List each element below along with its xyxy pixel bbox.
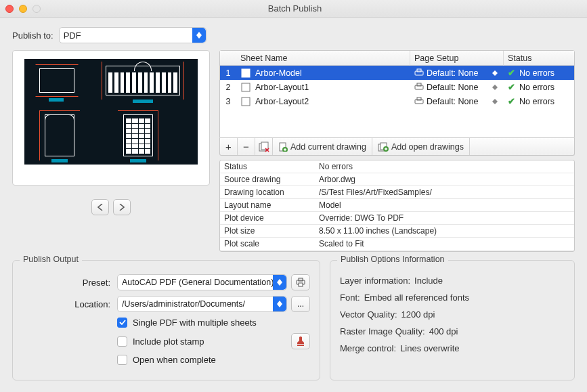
option-row: Vector Quality:1200 dpi: [340, 309, 565, 320]
location-label: Location:: [22, 299, 117, 309]
table-header: Sheet Name Page Setup Status: [220, 51, 574, 66]
svg-rect-18: [299, 283, 303, 286]
table-toolbar: + − Add current drawing Add open drawing…: [219, 138, 575, 156]
location-select[interactable]: /Users/administrator/Documents/: [117, 296, 287, 312]
check-icon: ✔: [508, 96, 515, 106]
detail-row: Plot size8.50 x 11.00 inches (Landscape): [220, 225, 574, 238]
publish-to-value: PDF: [64, 30, 81, 41]
page-setup-icon: [414, 97, 424, 106]
window-controls: [5, 5, 41, 13]
sheet-icon: [240, 68, 251, 79]
check-icon: ✔: [508, 68, 515, 78]
single-pdf-checkbox[interactable]: [117, 318, 127, 328]
sheet-icon: [240, 82, 251, 93]
zoom-icon[interactable]: [32, 5, 41, 13]
col-sheet-name[interactable]: Sheet Name: [236, 51, 410, 66]
publish-to-label: Publish to:: [12, 30, 53, 41]
publish-to-select[interactable]: PDF: [59, 27, 206, 43]
titlebar: Batch Publish: [0, 0, 587, 18]
printer-icon: [295, 278, 306, 287]
chevron-updown-icon: [273, 297, 286, 311]
page-setup-icon: [414, 68, 424, 78]
svg-rect-10: [261, 142, 268, 150]
publish-output-group: Publish Output Preset: AutoCAD PDF (Gene…: [12, 260, 320, 380]
remove-sheet-button[interactable]: −: [238, 138, 255, 155]
svg-rect-6: [242, 97, 250, 106]
next-sheet-button[interactable]: [113, 199, 131, 215]
add-open-drawings-button[interactable]: Add open drawings: [372, 138, 470, 155]
plus-icon: +: [225, 141, 232, 152]
detail-row: Source drawingArbor.dwg: [220, 173, 574, 186]
svg-rect-3: [242, 83, 250, 91]
detail-row: Layout nameModel: [220, 199, 574, 212]
cad-thumbnail: [24, 59, 198, 165]
minimize-icon[interactable]: [19, 5, 27, 13]
option-row: Merge control:Lines overwrite: [340, 343, 565, 353]
detail-row: Page setup detailOverride output device …: [220, 251, 574, 252]
publish-options-group: Publish Options Information Layer inform…: [330, 260, 575, 380]
group-title: Publish Output: [20, 255, 82, 264]
browse-location-button[interactable]: ...: [291, 296, 310, 312]
sheet-add-icon: [278, 142, 288, 152]
sheets-add-icon: [378, 142, 389, 152]
window-title: Batch Publish: [41, 3, 549, 14]
close-icon[interactable]: [5, 5, 14, 13]
group-title: Publish Options Information: [337, 255, 448, 264]
plot-stamp-settings-button[interactable]: [291, 333, 310, 349]
sheets-remove-icon: [259, 141, 269, 152]
detail-row: StatusNo errors: [220, 160, 574, 173]
stamp-icon: [296, 336, 305, 347]
prev-sheet-button[interactable]: [91, 199, 109, 215]
page-setup-icon: [414, 83, 424, 92]
chevron-right-icon: [119, 204, 125, 211]
single-pdf-label: Single PDF with multiple sheets: [133, 318, 257, 328]
sheet-details: StatusNo errorsSource drawingArbor.dwgDr…: [219, 160, 575, 252]
sheet-table[interactable]: Sheet Name Page Setup Status 1Arbor-Mode…: [219, 50, 575, 138]
include-stamp-label: Include plot stamp: [133, 336, 204, 347]
add-sheet-button[interactable]: +: [220, 138, 238, 155]
remove-all-button[interactable]: [255, 138, 273, 155]
add-current-drawing-button[interactable]: Add current drawing: [273, 138, 372, 155]
chevron-left-icon: [97, 204, 103, 211]
check-icon: ✔: [508, 82, 515, 92]
preset-select[interactable]: AutoCAD PDF (General Documentation): [117, 274, 287, 290]
pdf-options-button[interactable]: [291, 274, 310, 290]
chevron-updown-icon: [273, 275, 286, 290]
table-row[interactable]: 1Arbor-ModelDefault: None✔No errors: [220, 66, 574, 80]
option-row: Layer information:Include: [340, 276, 565, 286]
detail-row: Drawing location/S/Test Files/Art/FixedS…: [220, 186, 574, 199]
chevron-updown-icon: [192, 28, 206, 43]
sheet-preview: [12, 50, 210, 186]
minus-icon: −: [243, 141, 249, 152]
svg-rect-0: [242, 69, 250, 77]
option-row: Raster Image Quality:400 dpi: [340, 326, 565, 336]
preset-label: Preset:: [22, 278, 117, 288]
option-row: Font:Embed all referenced fonts: [340, 292, 565, 303]
table-row[interactable]: 2Arbor-Layout1Default: None✔No errors: [220, 80, 574, 94]
stepper-icon: [490, 70, 500, 76]
stepper-icon: [490, 99, 500, 104]
open-complete-checkbox[interactable]: [117, 355, 127, 365]
col-status[interactable]: Status: [504, 51, 574, 66]
stepper-icon: [490, 85, 500, 90]
open-complete-label: Open when complete: [133, 355, 216, 365]
svg-rect-19: [297, 345, 304, 346]
detail-row: Plot scaleScaled to Fit: [220, 238, 574, 251]
detail-row: Plot deviceOverride: DWG To PDF: [220, 212, 574, 225]
sheet-icon: [240, 96, 251, 107]
col-page-setup[interactable]: Page Setup: [410, 51, 504, 66]
include-stamp-checkbox[interactable]: [117, 336, 127, 347]
table-row[interactable]: 3Arbor-Layout2Default: None✔No errors: [220, 94, 574, 108]
